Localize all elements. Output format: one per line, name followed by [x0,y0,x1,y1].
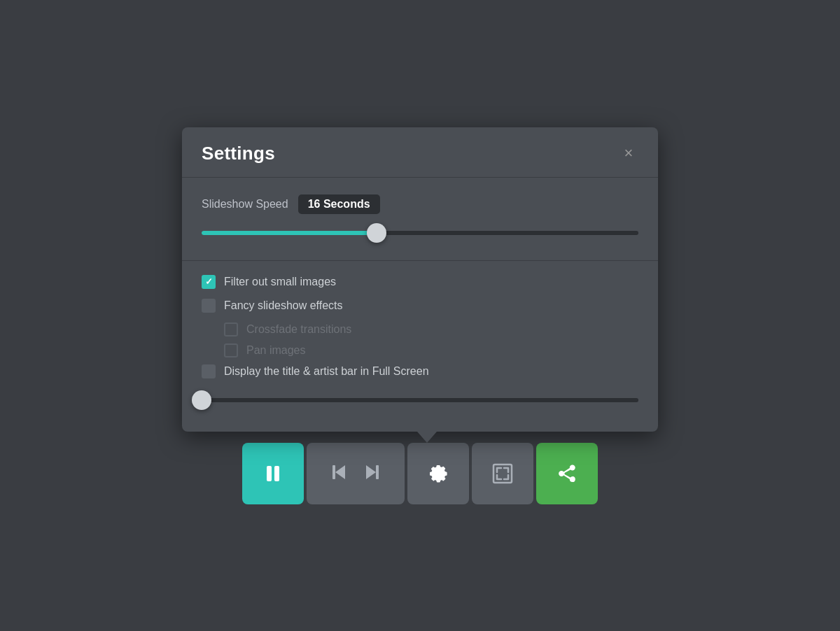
next-icon [362,462,382,482]
gear-icon [427,462,449,485]
pause-button[interactable] [242,443,304,504]
divider [182,260,658,261]
svg-rect-6 [493,465,512,483]
next-button[interactable] [362,462,382,485]
checkbox-row-crossfade: Crossfade transitions [224,322,638,336]
share-icon [556,462,578,485]
speed-slider-container[interactable] [202,221,638,245]
checkbox-row-display-title: Display the title & artist bar in Full S… [202,364,638,378]
svg-marker-2 [335,465,345,479]
svg-rect-3 [332,465,335,479]
label-fancy: Fancy slideshow effects [224,299,343,312]
checkbox-row-filter-small: ✓ Filter out small images [202,275,638,289]
speed-value-badge: 16 Seconds [298,194,380,214]
label-filter-small: Filter out small images [224,276,336,288]
panel-arrow [417,432,437,443]
share-button[interactable] [536,443,598,504]
fullscreen-button[interactable] [472,443,533,504]
speed-label: Slideshow Speed [202,198,288,211]
prev-next-group [307,443,405,504]
label-pan: Pan images [246,344,306,357]
checkbox-row-fancy: Fancy slideshow effects [202,299,638,313]
secondary-slider-container[interactable] [202,388,638,412]
prev-button[interactable] [330,462,349,485]
svg-rect-0 [267,466,272,481]
speed-row: Slideshow Speed 16 Seconds [202,194,638,214]
svg-rect-5 [376,465,379,479]
checkbox-row-pan: Pan images [224,343,638,357]
checkmark-filter-small: ✓ [205,277,213,286]
panel-title: Settings [202,143,275,164]
checkbox-crossfade [224,322,238,336]
settings-button[interactable] [407,443,469,504]
panel-body: Slideshow Speed 16 Seconds ✓ Filter out … [182,178,658,432]
label-crossfade: Crossfade transitions [246,323,351,336]
panel-header: Settings × [182,127,658,178]
main-wrapper: Settings × Slideshow Speed 16 Seconds [182,127,658,504]
label-display-title: Display the title & artist bar in Full S… [224,365,429,378]
close-button[interactable]: × [619,143,638,163]
svg-marker-4 [366,465,376,479]
prev-icon [330,462,349,482]
checkbox-filter-small[interactable]: ✓ [202,275,216,289]
checkbox-pan [224,343,238,357]
toolbar [242,443,598,504]
settings-panel: Settings × Slideshow Speed 16 Seconds [182,127,658,432]
checkbox-display-title[interactable] [202,364,216,378]
pause-icon [262,463,284,484]
fullscreen-icon [492,463,513,484]
svg-rect-1 [274,466,279,481]
checkbox-fancy[interactable] [202,299,216,313]
